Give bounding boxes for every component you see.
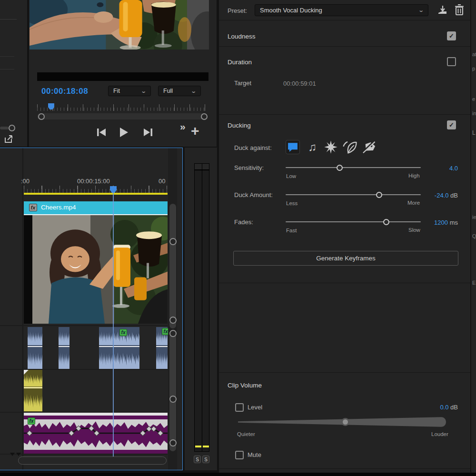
monitor-scrollbar[interactable] bbox=[37, 113, 208, 119]
duck-against-ambience-button[interactable] bbox=[342, 140, 357, 154]
save-preset-icon[interactable] bbox=[437, 5, 449, 18]
sensitivity-knob[interactable] bbox=[337, 165, 343, 171]
export-icon[interactable] bbox=[3, 134, 14, 146]
clipped-text: L bbox=[472, 129, 476, 136]
loudness-checkbox[interactable]: ✓ bbox=[447, 31, 456, 40]
track-resize-handle[interactable] bbox=[169, 238, 177, 245]
duck-against-sfx-button[interactable] bbox=[324, 140, 338, 154]
duck-against-music-button[interactable]: ♫ bbox=[305, 140, 319, 154]
level-checkbox[interactable] bbox=[235, 403, 244, 412]
duck-amount-max: More bbox=[407, 200, 420, 206]
playhead-timecode[interactable]: 00:00:18:08 bbox=[41, 87, 88, 96]
sensitivity-slider[interactable] bbox=[286, 167, 421, 168]
track-resize-handle[interactable] bbox=[169, 317, 177, 324]
duration-title: Duration bbox=[228, 59, 252, 66]
zoom-level-value: Fit bbox=[113, 88, 120, 94]
timeline-playhead-line[interactable] bbox=[113, 192, 114, 456]
fades-slider[interactable] bbox=[286, 221, 421, 222]
sensitivity-label: Sensitivity: bbox=[234, 164, 264, 171]
timeline-ruler[interactable] bbox=[24, 186, 168, 193]
volume-rubber-band bbox=[24, 425, 168, 437]
music-clip-a3[interactable]: fx bbox=[24, 413, 168, 454]
fx-badge[interactable]: fx bbox=[29, 204, 37, 211]
track-resize-handle[interactable] bbox=[169, 330, 177, 337]
track-resize-handle[interactable] bbox=[169, 396, 177, 403]
timeline-hscrollbar[interactable] bbox=[18, 456, 167, 465]
fades-min: Fast bbox=[286, 228, 297, 233]
audio-clip[interactable] bbox=[99, 327, 113, 369]
monitor-scrollbar-left-handle[interactable] bbox=[38, 113, 45, 120]
level-min: Quieter bbox=[237, 431, 255, 437]
generate-keyframes-button[interactable]: Generate Keyframes bbox=[233, 251, 458, 266]
target-value[interactable]: 00:00:59:01 bbox=[283, 80, 316, 87]
target-label: Target bbox=[234, 79, 251, 87]
clip-volume-title: Clip Volume bbox=[228, 382, 262, 389]
delete-preset-icon[interactable] bbox=[454, 4, 465, 18]
fades-value[interactable]: 1200 ms bbox=[434, 219, 458, 226]
essential-sound-panel: Preset: Smooth Vocal Ducking ⌄ Loudness … bbox=[219, 0, 470, 473]
duck-amount-slider[interactable] bbox=[286, 194, 421, 195]
zoom-level-select[interactable]: Fit ⌄ bbox=[108, 86, 151, 96]
audio-clip[interactable] bbox=[28, 327, 42, 369]
audio-level-meter[interactable] bbox=[194, 170, 209, 452]
video-clip-name: Cheers.mp4 bbox=[41, 204, 76, 211]
preset-select[interactable]: Smooth Vocal Ducking ⌄ bbox=[255, 4, 428, 16]
clip-thumbnail bbox=[24, 215, 168, 324]
pan-handle-icon[interactable] bbox=[16, 453, 21, 456]
clipped-text: ie bbox=[472, 214, 476, 220]
level-value[interactable]: 0.0 dB bbox=[440, 404, 458, 411]
level-slider-knob[interactable] bbox=[341, 418, 349, 426]
duck-amount-value[interactable]: -24.0 dB bbox=[435, 192, 458, 199]
fade-handle[interactable] bbox=[24, 370, 29, 375]
bottom-bar bbox=[0, 473, 476, 476]
duck-amount-label: Duck Amount: bbox=[234, 191, 273, 198]
mute-checkbox[interactable] bbox=[235, 451, 244, 459]
fades-knob[interactable] bbox=[383, 219, 389, 225]
timeline-vscrollbar-thumb[interactable] bbox=[169, 204, 176, 328]
ruler-label-start: :00 bbox=[21, 178, 30, 185]
timeline-playhead-marker[interactable] bbox=[109, 186, 117, 195]
play-button[interactable] bbox=[119, 127, 129, 139]
playback-resolution-select[interactable]: Full ⌄ bbox=[158, 86, 201, 96]
audio-clip[interactable]: fx bbox=[113, 327, 139, 369]
work-area-bar[interactable] bbox=[24, 193, 168, 195]
clipped-text: in bbox=[472, 110, 476, 116]
audio-clip[interactable] bbox=[59, 327, 69, 369]
mini-zoom-knob[interactable] bbox=[9, 125, 15, 131]
track-resize-handle[interactable] bbox=[169, 439, 177, 446]
monitor-ruler[interactable] bbox=[37, 104, 205, 111]
fx-badge[interactable]: fx bbox=[28, 417, 35, 425]
fades-label: Fades: bbox=[234, 218, 253, 226]
divider bbox=[0, 56, 14, 57]
mini-zoom-slider[interactable] bbox=[0, 127, 9, 129]
duck-amount-knob[interactable] bbox=[376, 192, 382, 198]
duck-against-dialogue-button[interactable] bbox=[286, 140, 300, 154]
track-divider bbox=[0, 325, 168, 326]
track-divider bbox=[0, 454, 168, 455]
step-forward-button[interactable] bbox=[143, 128, 153, 139]
solo-right-button[interactable]: S bbox=[202, 456, 209, 463]
timeline-vscrollbar-thumb[interactable] bbox=[169, 331, 176, 451]
audio-clip[interactable]: fx bbox=[156, 327, 168, 369]
left-edge-panel bbox=[0, 0, 27, 147]
audio-clip-a2[interactable] bbox=[24, 370, 42, 412]
duck-against-untagged-button[interactable] bbox=[361, 140, 376, 154]
video-clip-cheers[interactable]: fx Cheers.mp4 bbox=[24, 201, 168, 329]
monitor-playhead-marker[interactable] bbox=[48, 103, 55, 110]
meter-level-left bbox=[195, 446, 201, 447]
sensitivity-value[interactable]: 4.0 bbox=[449, 165, 458, 172]
duration-checkbox[interactable] bbox=[447, 57, 456, 66]
ducking-checkbox[interactable]: ✓ bbox=[447, 120, 456, 129]
pan-handle-icon[interactable] bbox=[10, 453, 15, 456]
divider bbox=[0, 69, 14, 69]
fx-badge[interactable]: fx bbox=[119, 329, 127, 336]
preset-label: Preset: bbox=[228, 7, 247, 14]
more-options-button[interactable]: » bbox=[180, 121, 186, 132]
sensitivity-min: Low bbox=[286, 173, 296, 179]
solo-left-button[interactable]: S bbox=[194, 456, 201, 463]
video-letterbox-bar bbox=[37, 72, 208, 81]
step-back-button[interactable] bbox=[96, 128, 107, 139]
add-button[interactable]: + bbox=[191, 123, 199, 139]
monitor-scrollbar-right-handle[interactable] bbox=[201, 113, 208, 120]
untagged-clips-icon bbox=[361, 140, 376, 154]
